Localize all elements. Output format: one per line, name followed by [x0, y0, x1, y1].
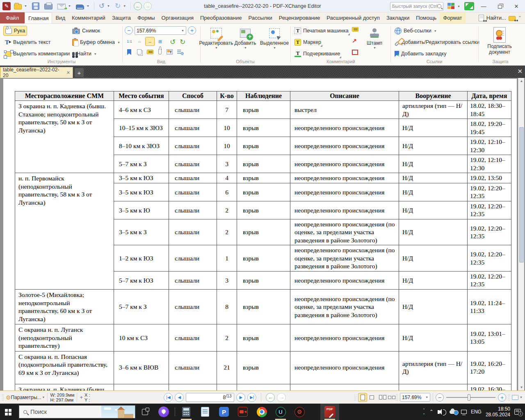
snapshot-button[interactable]: Снимок — [71, 26, 102, 36]
zoom-slider[interactable] — [446, 397, 495, 398]
redo-button[interactable]: ↻▼ — [113, 1, 128, 11]
new-tab-button[interactable]: + — [75, 68, 84, 77]
zoom-in-button[interactable]: + — [188, 26, 196, 34]
utility-app-button[interactable]: ⚙ — [290, 404, 309, 420]
scan-button[interactable]: ▼ — [74, 1, 91, 11]
task-view-button[interactable] — [135, 404, 154, 420]
find-button[interactable]: Найти▼ — [71, 49, 98, 59]
select-text-button[interactable]: TВыделить текст — [3, 37, 52, 47]
menu-tab-7[interactable]: Преобразование — [197, 12, 245, 23]
menu-tab-9[interactable]: Рецензирование — [276, 12, 323, 23]
stamp-button[interactable]: Штамп▼ — [361, 25, 388, 56]
cloud-sync-icon[interactable] — [450, 410, 457, 414]
clock[interactable]: 18:50 28.05.2024 — [486, 406, 510, 418]
network-icon[interactable] — [461, 410, 467, 414]
sticky-note-button[interactable] — [352, 27, 358, 32]
typewriter-button[interactable]: TПечатная машинка — [293, 26, 350, 36]
fit-page-button[interactable]: ⇔ — [135, 37, 144, 46]
menu-tab-8[interactable]: Рассылки — [245, 12, 275, 23]
rotate-cw-button[interactable]: ↻ — [180, 38, 185, 46]
notepad-app-button[interactable] — [196, 404, 215, 420]
menu-tab-5[interactable]: Формы — [134, 12, 158, 23]
scrollbar-thumb[interactable] — [519, 127, 524, 262]
bookmarks-pane-icon[interactable] — [127, 49, 131, 55]
p-app-button[interactable]: P — [215, 404, 233, 420]
save-button[interactable] — [30, 1, 41, 11]
hidden-icons-button[interactable]: ⌃ — [429, 409, 434, 415]
action-center-icon[interactable]: 1 — [514, 409, 521, 415]
fit-width-button[interactable]: ↔ — [145, 37, 155, 46]
pdf-xchange-taskbar-button[interactable]: PDF — [320, 404, 339, 420]
alice-assistant-button[interactable] — [154, 404, 173, 420]
menu-tab-3[interactable]: Комментарий — [68, 12, 109, 23]
first-page-button[interactable]: |◀ — [164, 393, 173, 402]
undo-button[interactable]: ↺▼ — [97, 1, 112, 11]
menu-tab-1[interactable]: Главная — [25, 12, 52, 23]
taskbar-scroll-arrows[interactable]: ⌃⌄ — [422, 409, 425, 415]
find-in-files-icon[interactable] — [509, 16, 516, 21]
next-page-button[interactable]: ▶ — [236, 393, 245, 402]
two-page-continuous-layout-button[interactable] — [385, 393, 394, 402]
add-bookmark-button[interactable]: Добавить закладку — [393, 49, 448, 59]
chrome-app-button[interactable] — [252, 404, 271, 420]
selected-objects-button[interactable]: Выделенное▼ — [260, 25, 289, 56]
status-zoom-in-button[interactable]: + — [498, 393, 506, 402]
menu-tab-11[interactable]: Закладки — [383, 12, 413, 23]
volume-icon[interactable] — [438, 410, 440, 414]
status-zoom-out-button[interactable]: − — [436, 393, 444, 402]
menu-tab-4[interactable]: Защита — [109, 12, 134, 23]
fit-mode-icon[interactable] — [512, 395, 518, 400]
sign-document-button[interactable]: Подписатьдокумент — [482, 25, 517, 56]
attachments-pane-icon[interactable] — [158, 49, 162, 55]
vertical-scrollbar[interactable]: ▲ ▼ — [518, 78, 524, 390]
previous-view-button[interactable]: ← — [266, 393, 275, 402]
clipboard-button[interactable]: Буфер обмена▼ — [71, 37, 122, 47]
history-back-button[interactable]: ← — [134, 2, 142, 10]
print-button[interactable] — [43, 1, 54, 11]
rectangle-annotation-button[interactable] — [352, 50, 358, 55]
zoom-slider-knob[interactable] — [468, 394, 470, 401]
restore-button[interactable] — [493, 1, 507, 11]
menu-tab-6[interactable]: Организация — [158, 12, 197, 23]
close-document-icon[interactable]: ✕ — [517, 68, 523, 75]
open-button[interactable]: ▼ — [12, 1, 29, 11]
rotate-ccw-button[interactable]: ↺ — [170, 38, 176, 46]
scroll-down-icon[interactable]: ▼ — [518, 384, 525, 390]
close-button[interactable]: ✕ — [509, 1, 523, 11]
close-tab-icon[interactable]: ✕ — [66, 70, 70, 75]
add-objects-button[interactable]: Добавить▼ — [231, 25, 260, 56]
highlight-button[interactable]: TМаркер — [293, 37, 323, 47]
add-edit-links-button[interactable]: Добавить/Редактировать ссылки — [393, 37, 481, 47]
continuous-layout-button[interactable] — [367, 393, 376, 402]
zoom-out-button[interactable]: − — [125, 26, 133, 34]
underline-button[interactable]: TПодчеркивание — [293, 49, 342, 59]
hand-tool-button[interactable]: Рука — [3, 26, 27, 36]
actual-size-button[interactable]: 1:1 — [125, 37, 134, 46]
two-page-layout-button[interactable] — [376, 393, 385, 402]
next-view-button[interactable]: → — [277, 393, 286, 402]
fit-visible-button[interactable]: ⊞ — [155, 37, 165, 46]
menu-tab-2[interactable]: Вид — [52, 12, 68, 23]
zoom-level-combo[interactable]: 157.69%▼ — [135, 26, 186, 35]
document-tab[interactable]: table_ceasefire--2022-02-20 ✕ — [0, 67, 73, 78]
menu-tab-0[interactable]: Файл — [0, 12, 25, 23]
arrow-annotation-button[interactable]: ↗ — [352, 37, 357, 44]
status-zoom-combo[interactable]: 157.69%▼ — [400, 393, 430, 402]
previous-page-button[interactable]: ◀ — [175, 393, 184, 402]
language-indicator[interactable]: ENG — [471, 409, 482, 415]
scroll-up-icon[interactable]: ▲ — [518, 78, 525, 84]
fields-pane-icon[interactable] — [177, 49, 183, 54]
screen-recorder-app-button[interactable] — [233, 404, 252, 420]
comments-pane-icon[interactable] — [147, 50, 153, 54]
calculator-app-button[interactable] — [177, 404, 196, 420]
document-viewport[interactable]: Месторасположение СМММесто событияСпособ… — [0, 78, 525, 390]
single-page-layout-button[interactable] — [358, 393, 367, 402]
page-number-input[interactable]: 8/13 — [186, 393, 234, 402]
content-pane-icon[interactable] — [167, 49, 173, 55]
ui-profiles-button[interactable]: ▼ — [446, 1, 462, 11]
collapse-ribbon-button[interactable]: ⌃ — [518, 15, 522, 21]
thumbnails-pane-icon[interactable] — [137, 49, 142, 55]
find-in-document-icon[interactable] — [479, 15, 484, 21]
find-label[interactable]: Найти... — [486, 15, 506, 21]
fullscreen-button[interactable] — [464, 2, 474, 10]
